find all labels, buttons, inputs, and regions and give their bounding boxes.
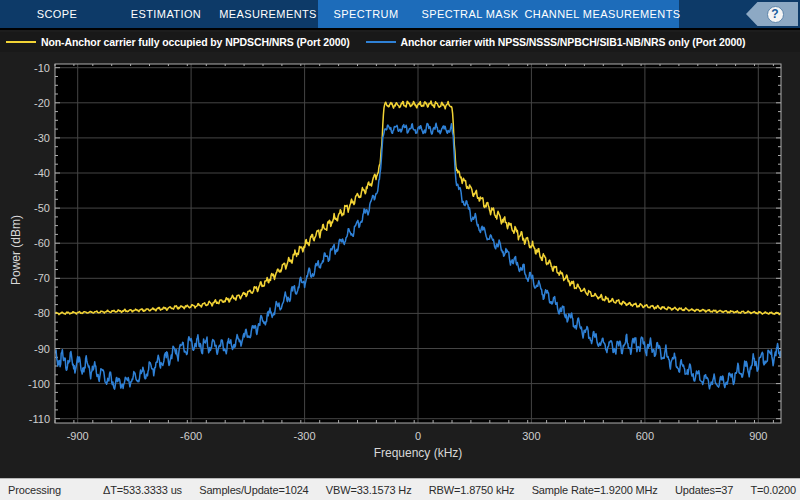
spectrum-plot	[0, 30, 800, 480]
y-tick-label: -10	[16, 62, 50, 74]
status-item: Sample Rate=1.9200 MHz	[532, 484, 658, 496]
y-tick-label: -40	[16, 167, 50, 179]
x-tick-label: 300	[506, 430, 556, 442]
plot-area[interactable]: -10-20-30-40-50-60-70-80-90-100-110-900-…	[0, 30, 800, 480]
x-tick-label: 0	[393, 430, 443, 442]
x-tick-label: -600	[166, 430, 216, 442]
y-tick-label: -20	[16, 97, 50, 109]
spectrum-analyzer-window: SCOPEESTIMATIONMEASUREMENTSSPECTRUMSPECT…	[0, 0, 800, 500]
tab-spectral-mask[interactable]: SPECTRAL MASK	[414, 0, 526, 28]
y-tick-label: -90	[16, 343, 50, 355]
y-tick-label: -80	[16, 307, 50, 319]
status-state: Processing	[8, 484, 61, 496]
x-tick-label: -300	[280, 430, 330, 442]
x-tick-label: 900	[733, 430, 783, 442]
y-axis-label: Power (dBm)	[9, 200, 23, 300]
toolstrip-tabbar: SCOPEESTIMATIONMEASUREMENTSSPECTRUMSPECT…	[0, 0, 800, 28]
tab-measurements[interactable]: MEASUREMENTS	[218, 0, 318, 28]
status-item: RBW=1.8750 kHz	[429, 484, 515, 496]
x-tick-label: -900	[53, 430, 103, 442]
status-bar: Processing ΔT=533.3333 usSamples/Update=…	[0, 478, 800, 500]
y-tick-label: -30	[16, 132, 50, 144]
tab-estimation[interactable]: ESTIMATION	[114, 0, 218, 28]
status-item: Samples/Update=1024	[199, 484, 308, 496]
x-axis-label: Frequency (kHz)	[318, 446, 518, 460]
status-items: ΔT=533.3333 usSamples/Update=1024VBW=33.…	[103, 484, 796, 496]
x-tick-label: 600	[620, 430, 670, 442]
status-item: Updates=37	[675, 484, 733, 496]
tab-spectrum[interactable]: SPECTRUM	[318, 0, 414, 28]
status-item: T=0.0200	[750, 484, 796, 496]
help-icon: ?	[767, 6, 784, 23]
y-tick-label: -110	[16, 413, 50, 425]
help-button[interactable]: ?	[746, 2, 798, 26]
tab-scope[interactable]: SCOPE	[0, 0, 114, 28]
status-item: ΔT=533.3333 us	[103, 484, 182, 496]
figure-area: Non-Anchor carrier fully occupied by NPD…	[0, 28, 800, 478]
y-tick-label: -100	[16, 378, 50, 390]
status-item: VBW=33.1573 Hz	[326, 484, 412, 496]
tab-channel-measurements[interactable]: CHANNEL MEASUREMENTS	[526, 0, 679, 28]
